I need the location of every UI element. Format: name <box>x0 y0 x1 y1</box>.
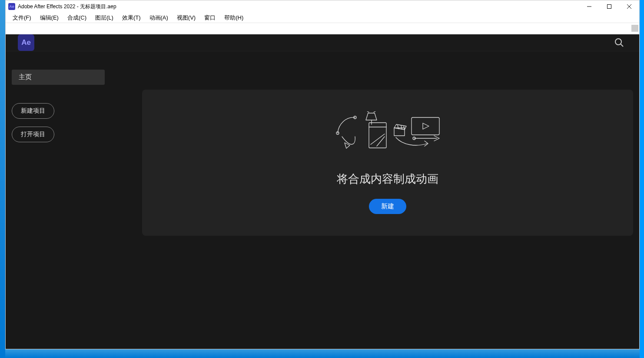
menu-animation[interactable]: 动画(A) <box>145 13 173 23</box>
desktop-left-strip <box>0 0 5 358</box>
titlebar[interactable]: Ae Adobe After Effects 2022 - 无标题项目.aep <box>6 0 639 13</box>
maximize-button[interactable] <box>599 0 619 13</box>
svg-rect-1 <box>607 5 611 9</box>
maximize-icon <box>607 4 611 9</box>
new-project-button[interactable]: 新建项目 <box>12 103 54 119</box>
toolbar-grip[interactable] <box>631 25 638 32</box>
menubar: 文件(F) 编辑(E) 合成(C) 图层(L) 效果(T) 动画(A) 视图(V… <box>6 13 639 23</box>
welcome-title: 将合成内容制成动画 <box>337 171 438 187</box>
app-icon: Ae <box>8 3 15 10</box>
app-icon-text: Ae <box>9 4 14 9</box>
ae-logo-text: Ae <box>21 38 31 47</box>
menu-file[interactable]: 文件(F) <box>8 13 36 23</box>
home-content: 主页 新建项目 打开项目 <box>6 51 639 349</box>
menu-effect[interactable]: 效果(T) <box>118 13 145 23</box>
minimize-icon <box>587 4 591 9</box>
search-button[interactable] <box>611 35 627 50</box>
toolbar-area <box>6 23 639 34</box>
ae-logo: Ae <box>18 34 34 51</box>
close-icon <box>627 4 631 9</box>
menu-view[interactable]: 视图(V) <box>173 13 200 23</box>
taskbar[interactable] <box>5 349 640 358</box>
svg-rect-11 <box>412 117 439 135</box>
window-title: Adobe After Effects 2022 - 无标题项目.aep <box>18 3 116 10</box>
search-icon <box>614 37 624 48</box>
window-controls <box>579 0 639 13</box>
home-sidebar: 主页 新建项目 打开项目 <box>12 51 142 349</box>
home-header: Ae <box>6 34 639 51</box>
minimize-button[interactable] <box>579 0 599 13</box>
svg-marker-12 <box>423 123 429 129</box>
welcome-card: 将合成内容制成动画 新建 <box>142 90 633 236</box>
app-window: Ae Adobe After Effects 2022 - 无标题项目.aep … <box>5 0 640 349</box>
app-body: Ae 主页 新建项目 打开项目 <box>6 34 639 349</box>
menu-composition[interactable]: 合成(C) <box>63 13 91 23</box>
close-button[interactable] <box>619 0 639 13</box>
menu-layer[interactable]: 图层(L) <box>91 13 118 23</box>
svg-point-4 <box>615 39 621 45</box>
svg-rect-10 <box>394 128 405 136</box>
welcome-illustration-icon <box>333 111 442 151</box>
new-composition-button[interactable]: 新建 <box>369 199 406 214</box>
menu-help[interactable]: 帮助(H) <box>220 13 248 23</box>
menu-edit[interactable]: 编辑(E) <box>36 13 63 23</box>
open-project-button[interactable]: 打开项目 <box>12 127 54 142</box>
svg-line-5 <box>621 44 624 47</box>
sidebar-tab-home[interactable]: 主页 <box>12 70 105 85</box>
menu-window[interactable]: 窗口 <box>200 13 220 23</box>
